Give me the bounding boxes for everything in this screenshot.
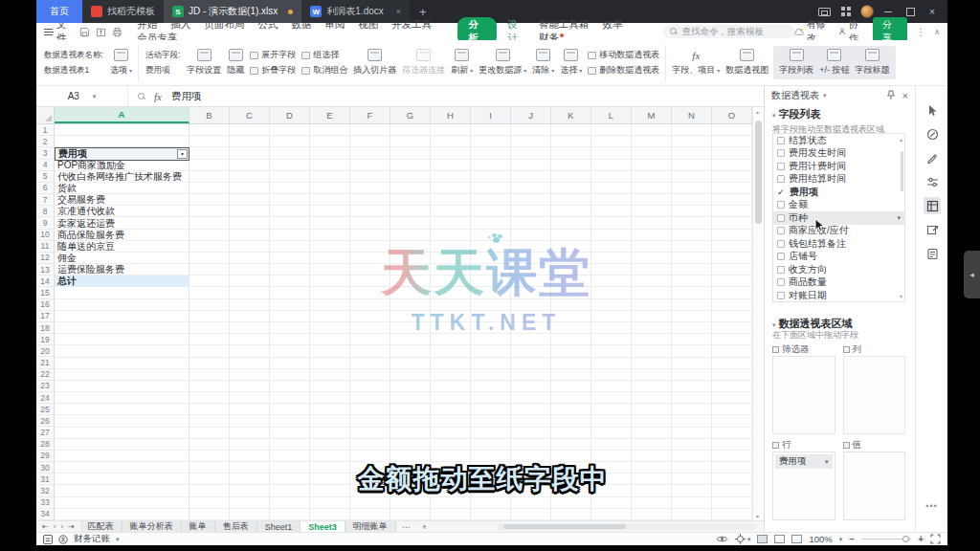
cell-A14[interactable]: 总计 — [55, 276, 189, 287]
field-headers-toggle[interactable]: 字段标题 — [853, 48, 893, 77]
tab-document[interactable]: W 利润表1.docx × — [301, 0, 410, 23]
field-item-费用计费时间[interactable]: 费用计费时间 — [773, 160, 904, 173]
checkbox[interactable] — [777, 227, 785, 234]
first-sheet-icon[interactable]: ⇤ — [42, 522, 49, 531]
scroll-up-icon[interactable]: ▴ — [900, 136, 902, 143]
print-icon[interactable] — [112, 27, 122, 37]
columns-area-box[interactable] — [843, 356, 906, 434]
row-header-25[interactable]: 25 — [36, 404, 54, 415]
row-header-6[interactable]: 6 — [36, 183, 54, 194]
field-list-scrollbar-thumb[interactable] — [901, 151, 903, 191]
page-layout-view-icon[interactable] — [774, 535, 785, 543]
pin-icon[interactable] — [886, 90, 896, 100]
rows-area-box[interactable]: 费用项▾ — [772, 452, 835, 520]
field-item-钱包结算备注[interactable]: 钱包结算备注 — [773, 237, 904, 251]
name-box-caret-icon[interactable]: ▾ — [93, 93, 97, 100]
column-header-I[interactable]: I — [471, 107, 511, 123]
change-source-button[interactable]: 更改数据源 — [476, 48, 529, 77]
sheet-tab-Sheet1[interactable]: Sheet1 — [257, 521, 301, 532]
macro-icon[interactable] — [43, 535, 53, 544]
autofilter-button[interactable]: ▾ — [177, 149, 188, 158]
menu-item-智能工具箱[interactable]: 智能工具箱 — [532, 18, 596, 30]
field-dropdown-icon[interactable]: ▾ — [897, 214, 901, 222]
column-header-L[interactable]: L — [591, 107, 632, 123]
finance-bookkeeping-button[interactable] — [58, 535, 68, 544]
column-header-G[interactable]: G — [390, 107, 431, 123]
row-header-33[interactable]: 33 — [36, 497, 54, 509]
column-header-J[interactable]: J — [511, 107, 551, 123]
page-break-view-icon[interactable] — [791, 535, 802, 543]
row-header-12[interactable]: 12 — [36, 253, 54, 264]
row-header-16[interactable]: 16 — [36, 299, 54, 311]
group-select-button[interactable]: 组选择 — [301, 49, 347, 61]
row-header-2[interactable]: 2 — [36, 136, 54, 147]
zoom-slider[interactable] — [861, 539, 911, 540]
checkbox[interactable] — [777, 149, 785, 157]
sidebar-more-icon[interactable]: ••• — [916, 501, 947, 511]
video-panel-collapse-button[interactable]: ◂ — [964, 251, 980, 298]
formula-search-icon[interactable] — [138, 93, 145, 100]
pivot-chart-button[interactable]: 数据透视图 — [723, 48, 771, 77]
checkbox[interactable] — [777, 292, 785, 299]
sheet-tab-明细账单[interactable]: 明细账单 — [345, 521, 396, 532]
row-header-26[interactable]: 26 — [36, 415, 54, 427]
row-header-24[interactable]: 24 — [36, 392, 54, 404]
zoom-in-button[interactable]: + — [918, 534, 924, 544]
row-header-23[interactable]: 23 — [36, 381, 54, 392]
field-item-费用发生时间[interactable]: 费用发生时间 — [773, 147, 904, 161]
tab-docer[interactable]: 找稻壳模板 — [82, 0, 164, 23]
zoom-level[interactable]: 100% — [809, 534, 832, 544]
checkbox[interactable] — [777, 175, 785, 183]
next-sheet-icon[interactable]: › — [60, 522, 63, 531]
column-header-F[interactable]: F — [350, 107, 390, 123]
fullscreen-icon[interactable] — [930, 534, 941, 544]
add-sheet-button[interactable]: + — [416, 522, 433, 532]
field-item-费用结算时间[interactable]: 费用结算时间 — [773, 173, 904, 187]
bookkeeping-caret-icon[interactable]: ▾ — [116, 536, 120, 543]
pivot-name-value[interactable]: 数据透视表1 — [44, 65, 103, 77]
checkbox[interactable] — [777, 253, 785, 260]
finance-bookkeeping-label[interactable]: 财务记账 — [74, 533, 110, 545]
sheet-tab-Sheet3[interactable]: Sheet3 — [301, 521, 345, 532]
row-header-1[interactable]: 1 — [36, 124, 54, 136]
field-item-币种[interactable]: 币种▾ — [773, 211, 904, 225]
tab-close-icon[interactable]: × — [396, 7, 401, 16]
column-header-N[interactable]: N — [672, 107, 712, 123]
hide-button[interactable]: 隐藏 — [224, 48, 247, 77]
sheet-tab-售后表[interactable]: 售后表 — [215, 521, 257, 532]
zoom-out-button[interactable]: − — [849, 534, 855, 544]
more-options-icon[interactable]: ⋮ — [916, 27, 925, 37]
zoom-slider-knob[interactable] — [902, 536, 909, 542]
scroll-down-icon[interactable]: ▾ — [900, 293, 902, 299]
tab-home[interactable]: 首页 — [36, 0, 82, 23]
prev-sheet-icon[interactable]: ‹ — [54, 522, 56, 531]
column-header-B[interactable]: B — [189, 107, 230, 123]
zoom-caret-icon[interactable]: ▾ — [839, 536, 843, 543]
row-header-27[interactable]: 27 — [36, 427, 54, 438]
select-tool-icon[interactable] — [924, 101, 941, 119]
row-header-32[interactable]: 32 — [36, 485, 54, 496]
field-item-商家应收/应付[interactable]: 商家应收/应付 — [773, 225, 904, 238]
row-header-31[interactable]: 31 — [36, 474, 54, 485]
row-header-20[interactable]: 20 — [36, 345, 54, 357]
move-pivot-button[interactable]: 移动数据透视表 — [588, 49, 659, 61]
normal-view-icon[interactable] — [757, 535, 768, 543]
field-item-对账日期[interactable]: 对账日期 — [773, 289, 904, 302]
row-header-30[interactable]: 30 — [36, 462, 54, 474]
row-header-29[interactable]: 29 — [36, 451, 54, 462]
collapse-field-button[interactable]: 折叠字段 — [250, 64, 296, 77]
sheet-tab-匹配表[interactable]: 匹配表 — [80, 521, 122, 532]
format-painter-icon[interactable] — [924, 149, 941, 166]
row-header-10[interactable]: 10 — [36, 230, 54, 241]
vertical-scrollbar-thumb[interactable] — [755, 121, 762, 224]
row-header-14[interactable]: 14 — [36, 276, 54, 287]
field-item-商品数量[interactable]: 商品数量 — [773, 276, 904, 290]
task-pane-caret-icon[interactable]: ▾ — [823, 92, 827, 99]
sheet-list-icon[interactable]: ⋯ — [396, 522, 416, 532]
filters-area-box[interactable] — [772, 356, 835, 434]
checkbox[interactable] — [777, 201, 785, 209]
selection-locate-icon[interactable]: ▾ — [735, 534, 751, 544]
row-header-34[interactable]: 34 — [36, 509, 54, 520]
row-header-3[interactable]: 3 — [36, 147, 54, 159]
close-pane-icon[interactable]: × — [902, 90, 908, 101]
